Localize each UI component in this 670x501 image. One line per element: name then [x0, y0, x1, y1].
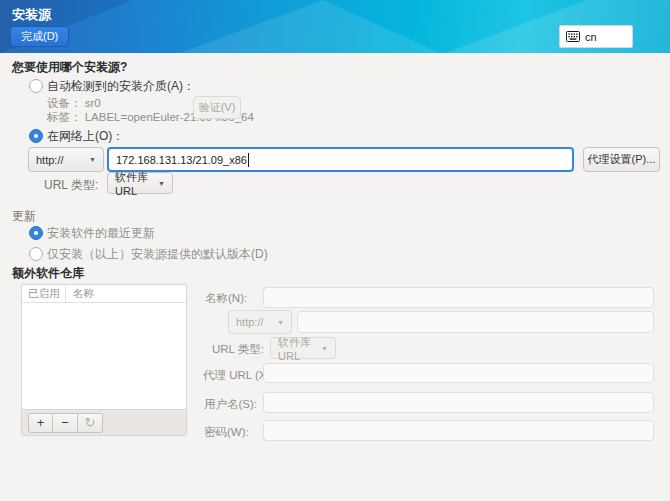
- chevron-down-icon: ▼: [277, 319, 284, 326]
- keyboard-layout-indicator[interactable]: cn: [559, 25, 633, 48]
- radio-latest-updates-label[interactable]: 安装软件的最近更新: [47, 225, 155, 242]
- repo-url-input[interactable]: [297, 311, 654, 333]
- repos-header-enabled[interactable]: 已启用: [22, 285, 66, 302]
- repo-url-type-label: URL 类型:: [212, 342, 264, 357]
- repo-url-type-dropdown[interactable]: 软件库 URL ▼: [270, 337, 336, 359]
- chevron-down-icon: ▼: [321, 345, 328, 352]
- add-repo-button[interactable]: +: [28, 413, 53, 433]
- repo-proxy-url-input[interactable]: [263, 363, 654, 383]
- url-type-label: URL 类型:: [44, 177, 98, 194]
- repos-table-header: 已启用 名称: [22, 285, 186, 303]
- repo-name-label: 名称(N):: [205, 291, 247, 306]
- repo-url-type-value: 软件库 URL: [278, 335, 315, 362]
- page-title: 安装源: [12, 6, 51, 24]
- device-value: sr0: [85, 97, 101, 109]
- device-label: 设备：: [47, 97, 82, 109]
- url-type-dropdown[interactable]: 软件库 URL ▼: [107, 172, 173, 194]
- radio-latest-updates[interactable]: [29, 226, 43, 240]
- remove-repo-button[interactable]: −: [53, 413, 78, 433]
- refresh-icon: ↻: [85, 415, 96, 430]
- radio-auto-detected-media[interactable]: [29, 79, 43, 93]
- url-input-value: 172.168.131.13/21.09_x86: [116, 154, 247, 166]
- repo-protocol-value: http://: [236, 316, 264, 328]
- keyboard-layout-label: cn: [585, 31, 597, 43]
- minus-icon: −: [61, 415, 69, 430]
- repo-username-label: 用户名(S):: [204, 397, 257, 412]
- plus-icon: +: [37, 415, 45, 430]
- keyboard-icon: [566, 31, 580, 42]
- source-question-heading: 您要使用哪个安装源?: [12, 59, 127, 76]
- repos-header-name[interactable]: 名称: [66, 285, 94, 302]
- proxy-setup-button[interactable]: 代理设置(P)...: [583, 147, 660, 172]
- text-caret: [248, 153, 249, 167]
- repos-table: 已启用 名称 + − ↻: [21, 284, 187, 436]
- protocol-dropdown[interactable]: http:// ▼: [28, 147, 104, 172]
- chevron-down-icon: ▼: [158, 180, 165, 187]
- installation-source-window: 安装源 完成(D) cn 您要使用哪个安装源? 自动检测到的安装介质(A)： 设…: [0, 0, 670, 501]
- header-art: [180, 0, 440, 53]
- repo-protocol-dropdown[interactable]: http:// ▼: [228, 310, 292, 334]
- repos-section-title: 额外软件仓库: [12, 265, 84, 282]
- url-input[interactable]: 172.168.131.13/21.09_x86: [107, 147, 574, 172]
- url-type-dropdown-value: 软件库 URL: [115, 170, 152, 197]
- done-button[interactable]: 完成(D): [10, 26, 69, 47]
- radio-on-network-label[interactable]: 在网络上(O)：: [47, 128, 124, 145]
- radio-default-versions[interactable]: [29, 247, 43, 261]
- device-row: 设备： sr0: [47, 96, 101, 111]
- radio-default-versions-label[interactable]: 仅安装（以上）安装源提供的默认版本(D): [47, 246, 268, 263]
- verify-button[interactable]: 验证(V): [193, 96, 241, 119]
- radio-auto-detected-media-label[interactable]: 自动检测到的安装介质(A)：: [47, 78, 195, 95]
- header-banner: 安装源 完成(D) cn: [0, 0, 670, 53]
- repo-password-label: 密码(W):: [204, 425, 249, 440]
- media-label-label: 标签：: [47, 111, 82, 123]
- revert-repo-button[interactable]: ↻: [78, 413, 103, 433]
- repos-toolbar: + − ↻: [22, 409, 186, 435]
- updates-section-title: 更新: [12, 208, 36, 225]
- repo-password-input[interactable]: [263, 420, 654, 441]
- repo-name-input[interactable]: [263, 287, 654, 308]
- protocol-dropdown-value: http://: [36, 154, 64, 166]
- radio-on-network[interactable]: [29, 129, 43, 143]
- repo-username-input[interactable]: [263, 392, 654, 413]
- chevron-down-icon: ▼: [89, 156, 96, 163]
